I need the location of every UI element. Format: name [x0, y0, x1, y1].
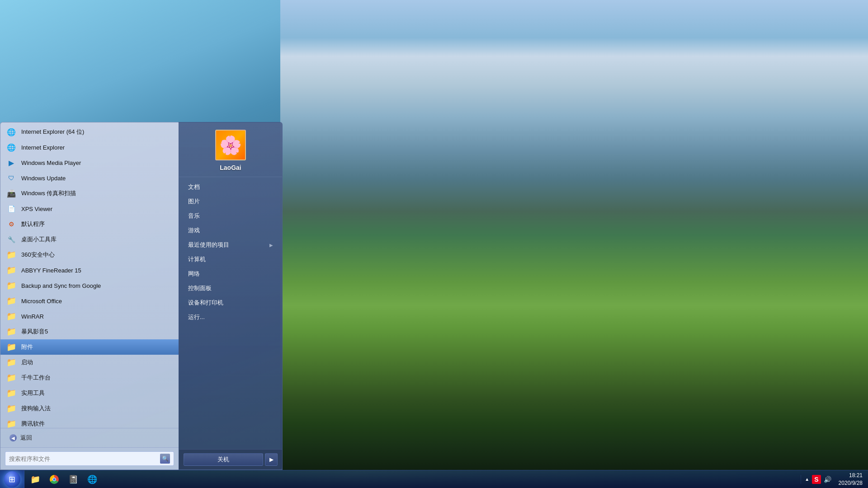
program-icon-sougou: 📁	[6, 403, 17, 414]
program-icon-baofeng: 📁	[6, 326, 17, 337]
program-label-fujian: 附件	[21, 343, 33, 351]
program-item-shiyong[interactable]: 📁 实用工具	[0, 385, 179, 401]
clock[interactable]: 18:21 2020/9/28	[839, 472, 863, 487]
right-menu-label-music: 音乐	[188, 212, 200, 220]
search-button[interactable]: 🔍	[160, 454, 170, 464]
program-item-winrar[interactable]: 📁 WinRAR	[0, 309, 179, 324]
taskbar: ⊞ 📁 📓 🌐 ▲ S 🔊 18:21 2020/9/28	[0, 470, 868, 488]
right-menu-item-pictures[interactable]: 图片	[179, 194, 282, 209]
program-item-wfax[interactable]: 📠 Windows 传真和扫描	[0, 186, 179, 201]
right-menu-label-recent: 最近使用的项目	[188, 241, 229, 249]
right-menu-item-control_panel[interactable]: 控制面板	[179, 281, 282, 296]
program-label-360: 360安全中心	[21, 251, 55, 259]
program-item-xps[interactable]: 📄 XPS Viewer	[0, 201, 179, 216]
program-icon-winrar: 📁	[6, 311, 17, 322]
program-label-wupdate: Windows Update	[21, 175, 66, 182]
program-label-winrar: WinRAR	[21, 313, 44, 320]
right-menu-item-games[interactable]: 游戏	[179, 223, 282, 238]
right-menu-label-computer: 计算机	[188, 255, 206, 263]
shutdown-arrow-button[interactable]: ▶	[265, 453, 278, 466]
program-icon-qianniu: 📁	[6, 372, 17, 383]
user-area: 🌸 LaoGai	[179, 122, 282, 177]
right-menu-item-network[interactable]: 网络	[179, 267, 282, 281]
taskbar-icon-onenote[interactable]: 📓	[64, 471, 82, 488]
program-item-wmp[interactable]: ▶ Windows Media Player	[0, 155, 179, 170]
programs-list[interactable]: 🌐 Internet Explorer (64 位) 🌐 Internet Ex…	[0, 122, 179, 428]
program-label-ie64: Internet Explorer (64 位)	[21, 128, 84, 136]
program-icon-360: 📁	[6, 249, 17, 260]
right-menu-label-control_panel: 控制面板	[188, 284, 212, 292]
submenu-arrow-recent: ▶	[269, 243, 273, 248]
program-label-baofeng: 暴风影音5	[21, 328, 48, 336]
right-menu-item-computer[interactable]: 计算机	[179, 252, 282, 267]
sogou-tray-icon[interactable]: S	[812, 475, 821, 484]
right-menu-label-documents: 文档	[188, 183, 200, 191]
program-item-qianniu[interactable]: 📁 千牛工作台	[0, 370, 179, 385]
shutdown-area: 关机 ▶	[179, 449, 282, 469]
search-box: 🔍	[5, 451, 174, 466]
back-button[interactable]: ◀ 返回	[6, 432, 36, 444]
start-button[interactable]: ⊞	[0, 470, 24, 488]
right-menu-item-run[interactable]: 运行...	[179, 310, 282, 324]
right-menu-label-games: 游戏	[188, 226, 200, 235]
right-menu-item-recent[interactable]: 最近使用的项目 ▶	[179, 238, 282, 252]
program-icon-abbyy: 📁	[6, 265, 17, 276]
program-icon-backup: 📁	[6, 280, 17, 291]
program-item-gadget[interactable]: 🔧 桌面小工具库	[0, 232, 179, 247]
right-menu-label-run: 运行...	[188, 313, 205, 321]
back-arrow-icon: ◀	[9, 434, 17, 441]
program-item-tengxun[interactable]: 📁 腾讯软件	[0, 416, 179, 428]
program-icon-default: ⚙	[6, 219, 17, 230]
program-item-baofeng[interactable]: 📁 暴风影音5	[0, 324, 179, 339]
taskbar-icon-chrome[interactable]	[45, 471, 63, 488]
program-item-backup[interactable]: 📁 Backup and Sync from Google	[0, 278, 179, 293]
program-item-msoffice[interactable]: 📁 Microsoft Office	[0, 293, 179, 309]
program-item-wupdate[interactable]: 🛡 Windows Update	[0, 170, 179, 186]
search-area: 🔍	[0, 447, 179, 469]
system-tray: ▲ S 🔊	[801, 475, 835, 484]
program-item-360[interactable]: 📁 360安全中心	[0, 247, 179, 263]
program-label-qidong: 启动	[21, 358, 33, 366]
program-label-default: 默认程序	[21, 220, 45, 228]
clock-time: 18:21	[839, 472, 863, 479]
program-icon-wfax: 📠	[6, 188, 17, 199]
program-item-default[interactable]: ⚙ 默认程序	[0, 216, 179, 232]
program-item-qidong[interactable]: 📁 启动	[0, 355, 179, 370]
taskbar-pinned-icons: 📁 📓 🌐	[24, 470, 103, 488]
program-label-ie: Internet Explorer	[21, 144, 65, 151]
shutdown-button[interactable]: 关机	[184, 453, 263, 466]
program-icon-ie64: 🌐	[6, 127, 17, 137]
program-icon-gadget: 🔧	[6, 234, 17, 245]
volume-tray-icon[interactable]: 🔊	[824, 476, 831, 483]
chrome-icon	[50, 475, 59, 484]
program-label-qianniu: 千牛工作台	[21, 374, 51, 382]
user-avatar[interactable]: 🌸	[215, 130, 246, 160]
right-menu-item-documents[interactable]: 文档	[179, 180, 282, 194]
taskbar-right: ▲ S 🔊 18:21 2020/9/28	[801, 472, 868, 487]
program-item-sougou[interactable]: 📁 搜狗输入法	[0, 401, 179, 416]
username-label: LaoGai	[220, 164, 241, 171]
program-item-ie64[interactable]: 🌐 Internet Explorer (64 位)	[0, 124, 179, 140]
right-menu-item-devices[interactable]: 设备和打印机	[179, 296, 282, 310]
start-menu-left-panel: 🌐 Internet Explorer (64 位) 🌐 Internet Ex…	[0, 122, 179, 470]
program-icon-qidong: 📁	[6, 357, 17, 368]
right-menu-label-network: 网络	[188, 270, 200, 278]
program-icon-fujian: 📁	[6, 342, 17, 352]
taskbar-icon-explorer[interactable]: 📁	[26, 471, 44, 488]
program-label-backup: Backup and Sync from Google	[21, 282, 101, 289]
explorer-icon: 📁	[30, 474, 40, 484]
program-item-ie[interactable]: 🌐 Internet Explorer	[0, 140, 179, 155]
avatar-image: 🌸	[219, 135, 242, 156]
taskbar-icon-ie[interactable]: 🌐	[83, 471, 101, 488]
clock-date: 2020/9/28	[839, 479, 863, 487]
search-input[interactable]	[9, 455, 157, 462]
onenote-icon: 📓	[68, 474, 78, 484]
right-menu-item-music[interactable]: 音乐	[179, 209, 282, 223]
tray-expand-icon[interactable]: ▲	[805, 477, 809, 482]
start-menu-right-panel: 🌸 LaoGai 文档 图片 音乐 游戏 最近使用的项目 ▶ 计算机 网络 控制…	[179, 122, 283, 470]
program-item-fujian[interactable]: 📁 附件	[0, 339, 179, 355]
program-icon-xps: 📄	[6, 203, 17, 214]
program-item-abbyy[interactable]: 📁 ABBYY FineReader 15	[0, 263, 179, 278]
program-label-gadget: 桌面小工具库	[21, 235, 57, 244]
program-label-xps: XPS Viewer	[21, 206, 52, 212]
